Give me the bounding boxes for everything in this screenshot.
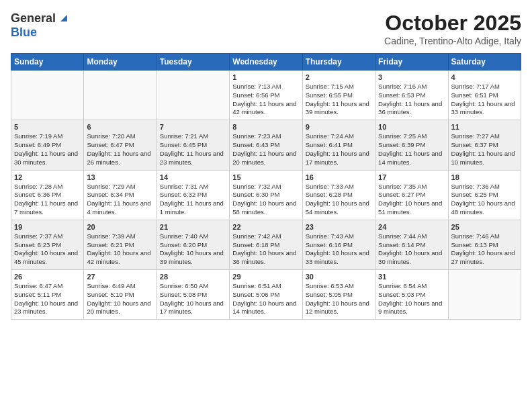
calendar-cell: 8Sunrise: 7:23 AM Sunset: 6:43 PM Daylig… bbox=[230, 120, 302, 170]
calendar-cell: 20Sunrise: 7:39 AM Sunset: 6:21 PM Dayli… bbox=[84, 220, 157, 269]
calendar-cell: 25Sunrise: 7:46 AM Sunset: 6:13 PM Dayli… bbox=[448, 220, 521, 269]
day-number: 10 bbox=[378, 123, 445, 131]
header-tuesday: Tuesday bbox=[157, 54, 229, 71]
day-info: Sunrise: 7:27 AM Sunset: 6:37 PM Dayligh… bbox=[451, 132, 518, 167]
day-info: Sunrise: 7:17 AM Sunset: 6:51 PM Dayligh… bbox=[451, 83, 518, 117]
calendar-cell: 15Sunrise: 7:32 AM Sunset: 6:30 PM Dayli… bbox=[230, 170, 302, 220]
day-number: 12 bbox=[14, 173, 81, 181]
day-number: 29 bbox=[232, 273, 299, 281]
calendar-cell: 19Sunrise: 7:37 AM Sunset: 6:23 PM Dayli… bbox=[11, 220, 84, 269]
calendar-header-row: SundayMondayTuesdayWednesdayThursdayFrid… bbox=[11, 54, 521, 71]
calendar-cell: 4Sunrise: 7:17 AM Sunset: 6:51 PM Daylig… bbox=[448, 71, 521, 120]
day-number: 26 bbox=[14, 273, 81, 281]
day-info: Sunrise: 7:44 AM Sunset: 6:14 PM Dayligh… bbox=[378, 232, 445, 267]
logo-blue-text: Blue bbox=[11, 26, 37, 39]
calendar-cell: 14Sunrise: 7:31 AM Sunset: 6:32 PM Dayli… bbox=[157, 170, 229, 220]
calendar-cell bbox=[84, 71, 157, 120]
day-info: Sunrise: 7:13 AM Sunset: 6:56 PM Dayligh… bbox=[232, 83, 299, 117]
logo-triangle-icon bbox=[58, 12, 69, 26]
day-info: Sunrise: 7:25 AM Sunset: 6:39 PM Dayligh… bbox=[378, 132, 445, 167]
day-info: Sunrise: 7:21 AM Sunset: 6:45 PM Dayligh… bbox=[160, 132, 226, 167]
day-number: 5 bbox=[14, 123, 81, 131]
day-number: 31 bbox=[378, 273, 445, 281]
day-info: Sunrise: 6:54 AM Sunset: 5:03 PM Dayligh… bbox=[378, 282, 445, 316]
calendar-cell: 5Sunrise: 7:19 AM Sunset: 6:49 PM Daylig… bbox=[11, 120, 84, 170]
location-subtitle: Cadine, Trentino-Alto Adige, Italy bbox=[384, 36, 521, 46]
calendar-table: SundayMondayTuesdayWednesdayThursdayFrid… bbox=[11, 53, 521, 320]
day-info: Sunrise: 7:33 AM Sunset: 6:28 PM Dayligh… bbox=[306, 183, 372, 217]
day-info: Sunrise: 7:28 AM Sunset: 6:36 PM Dayligh… bbox=[14, 183, 81, 217]
calendar-week-5: 26Sunrise: 6:47 AM Sunset: 5:11 PM Dayli… bbox=[11, 270, 521, 320]
day-info: Sunrise: 7:15 AM Sunset: 6:55 PM Dayligh… bbox=[306, 83, 372, 117]
day-number: 7 bbox=[160, 123, 226, 131]
day-number: 17 bbox=[378, 173, 445, 181]
title-area: October 2025 Cadine, Trentino-Alto Adige… bbox=[384, 11, 521, 46]
day-info: Sunrise: 7:32 AM Sunset: 6:30 PM Dayligh… bbox=[232, 183, 299, 217]
day-info: Sunrise: 6:51 AM Sunset: 5:06 PM Dayligh… bbox=[232, 282, 299, 316]
header-monday: Monday bbox=[84, 54, 157, 71]
header-friday: Friday bbox=[375, 54, 448, 71]
day-number: 23 bbox=[306, 223, 372, 231]
day-info: Sunrise: 6:50 AM Sunset: 5:08 PM Dayligh… bbox=[160, 282, 226, 316]
calendar-cell: 12Sunrise: 7:28 AM Sunset: 6:36 PM Dayli… bbox=[11, 170, 84, 220]
day-info: Sunrise: 7:16 AM Sunset: 6:53 PM Dayligh… bbox=[378, 83, 445, 117]
day-info: Sunrise: 6:53 AM Sunset: 5:05 PM Dayligh… bbox=[306, 282, 372, 316]
day-info: Sunrise: 7:42 AM Sunset: 6:18 PM Dayligh… bbox=[232, 232, 299, 267]
day-number: 15 bbox=[232, 173, 299, 181]
calendar-cell: 9Sunrise: 7:24 AM Sunset: 6:41 PM Daylig… bbox=[302, 120, 375, 170]
day-number: 20 bbox=[87, 223, 153, 231]
day-info: Sunrise: 7:36 AM Sunset: 6:25 PM Dayligh… bbox=[451, 183, 518, 217]
day-number: 18 bbox=[451, 173, 518, 181]
day-info: Sunrise: 7:35 AM Sunset: 6:27 PM Dayligh… bbox=[378, 183, 445, 217]
calendar-cell: 13Sunrise: 7:29 AM Sunset: 6:34 PM Dayli… bbox=[84, 170, 157, 220]
day-number: 21 bbox=[160, 223, 226, 231]
day-number: 14 bbox=[160, 173, 226, 181]
header-sunday: Sunday bbox=[11, 54, 84, 71]
day-number: 11 bbox=[451, 123, 518, 131]
day-info: Sunrise: 7:46 AM Sunset: 6:13 PM Dayligh… bbox=[451, 232, 518, 267]
calendar-cell: 28Sunrise: 6:50 AM Sunset: 5:08 PM Dayli… bbox=[157, 270, 229, 320]
day-number: 1 bbox=[232, 73, 299, 81]
day-number: 9 bbox=[306, 123, 372, 131]
day-number: 30 bbox=[306, 273, 372, 281]
day-number: 4 bbox=[451, 73, 518, 81]
calendar-cell: 6Sunrise: 7:20 AM Sunset: 6:47 PM Daylig… bbox=[84, 120, 157, 170]
calendar-cell bbox=[448, 270, 521, 320]
day-number: 22 bbox=[232, 223, 299, 231]
day-info: Sunrise: 7:43 AM Sunset: 6:16 PM Dayligh… bbox=[306, 232, 372, 267]
calendar-cell: 16Sunrise: 7:33 AM Sunset: 6:28 PM Dayli… bbox=[302, 170, 375, 220]
day-info: Sunrise: 7:19 AM Sunset: 6:49 PM Dayligh… bbox=[14, 132, 81, 167]
day-info: Sunrise: 6:49 AM Sunset: 5:10 PM Dayligh… bbox=[87, 282, 153, 316]
calendar-cell: 23Sunrise: 7:43 AM Sunset: 6:16 PM Dayli… bbox=[302, 220, 375, 269]
calendar-cell: 21Sunrise: 7:40 AM Sunset: 6:20 PM Dayli… bbox=[157, 220, 229, 269]
calendar-cell: 10Sunrise: 7:25 AM Sunset: 6:39 PM Dayli… bbox=[375, 120, 448, 170]
day-number: 2 bbox=[306, 73, 372, 81]
calendar-cell: 1Sunrise: 7:13 AM Sunset: 6:56 PM Daylig… bbox=[230, 71, 302, 120]
calendar-cell bbox=[157, 71, 229, 120]
day-number: 24 bbox=[378, 223, 445, 231]
day-info: Sunrise: 7:29 AM Sunset: 6:34 PM Dayligh… bbox=[87, 183, 153, 217]
calendar-week-2: 5Sunrise: 7:19 AM Sunset: 6:49 PM Daylig… bbox=[11, 120, 521, 170]
day-info: Sunrise: 6:47 AM Sunset: 5:11 PM Dayligh… bbox=[14, 282, 81, 316]
day-number: 27 bbox=[87, 273, 153, 281]
day-info: Sunrise: 7:37 AM Sunset: 6:23 PM Dayligh… bbox=[14, 232, 81, 267]
calendar-cell: 27Sunrise: 6:49 AM Sunset: 5:10 PM Dayli… bbox=[84, 270, 157, 320]
day-number: 19 bbox=[14, 223, 81, 231]
calendar-cell: 7Sunrise: 7:21 AM Sunset: 6:45 PM Daylig… bbox=[157, 120, 229, 170]
calendar-cell: 22Sunrise: 7:42 AM Sunset: 6:18 PM Dayli… bbox=[230, 220, 302, 269]
calendar-week-1: 1Sunrise: 7:13 AM Sunset: 6:56 PM Daylig… bbox=[11, 71, 521, 120]
calendar-cell: 29Sunrise: 6:51 AM Sunset: 5:06 PM Dayli… bbox=[230, 270, 302, 320]
day-number: 13 bbox=[87, 173, 153, 181]
calendar-cell: 17Sunrise: 7:35 AM Sunset: 6:27 PM Dayli… bbox=[375, 170, 448, 220]
day-info: Sunrise: 7:40 AM Sunset: 6:20 PM Dayligh… bbox=[160, 232, 226, 267]
logo: General Blue bbox=[11, 11, 69, 40]
calendar-cell: 30Sunrise: 6:53 AM Sunset: 5:05 PM Dayli… bbox=[302, 270, 375, 320]
day-number: 6 bbox=[87, 123, 153, 131]
day-info: Sunrise: 7:31 AM Sunset: 6:32 PM Dayligh… bbox=[160, 183, 226, 217]
calendar-cell: 24Sunrise: 7:44 AM Sunset: 6:14 PM Dayli… bbox=[375, 220, 448, 269]
calendar-cell: 2Sunrise: 7:15 AM Sunset: 6:55 PM Daylig… bbox=[302, 71, 375, 120]
calendar-cell: 11Sunrise: 7:27 AM Sunset: 6:37 PM Dayli… bbox=[448, 120, 521, 170]
calendar-cell: 18Sunrise: 7:36 AM Sunset: 6:25 PM Dayli… bbox=[448, 170, 521, 220]
month-title: October 2025 bbox=[384, 11, 521, 36]
day-number: 25 bbox=[451, 223, 518, 231]
